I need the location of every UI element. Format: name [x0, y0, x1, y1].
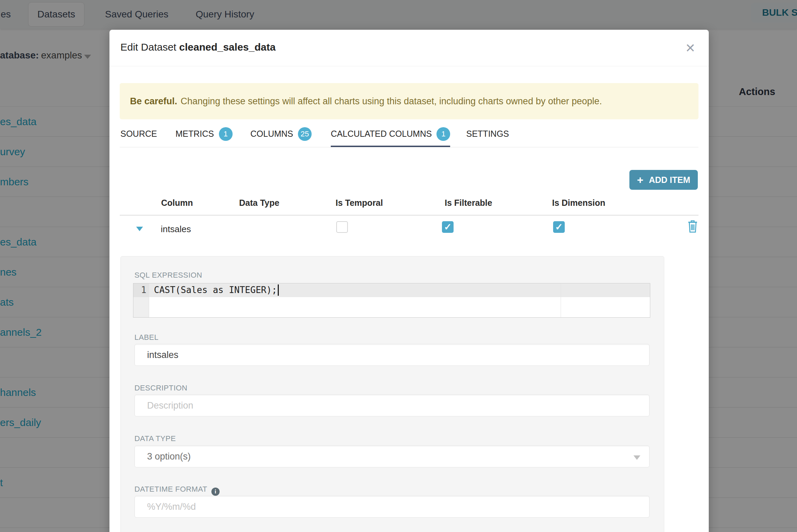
modal-title: Edit Dataset cleaned_sales_data	[120, 41, 276, 53]
calculated-column-name: intsales	[161, 224, 191, 235]
sql-expression-label: SQL EXPRESSION	[134, 271, 202, 280]
label-field-label: LABEL	[134, 333, 159, 342]
datetime-format-field-label: DATETIME FORMATi	[134, 485, 220, 496]
tab-label: SETTINGS	[466, 129, 509, 139]
tab-label: CALCULATED COLUMNS	[331, 129, 432, 139]
sql-expression-editor[interactable]: 1 CAST(Sales as INTEGER);	[133, 283, 650, 318]
data-type-selected-value: 3 option(s)	[147, 451, 191, 462]
description-input[interactable]	[134, 395, 650, 416]
tab-metrics[interactable]: METRICS 1	[175, 122, 233, 147]
modal-tabs: SOURCE METRICS 1 COLUMNS 25 CALCULATED C…	[120, 122, 698, 147]
tab-source[interactable]: SOURCE	[120, 122, 157, 147]
editor-print-margin	[561, 283, 561, 317]
column-header-is-filterable: Is Filterable	[445, 198, 492, 208]
editor-line-number: 1	[133, 285, 146, 295]
chevron-down-icon	[633, 455, 640, 460]
sql-expression-code: CAST(Sales as INTEGER);	[154, 285, 277, 295]
warning-banner-text: Changing these settings will affect all …	[181, 96, 602, 107]
info-icon[interactable]: i	[211, 488, 220, 496]
tab-columns[interactable]: COLUMNS 25	[250, 122, 312, 147]
calculated-columns-count-badge: 1	[436, 127, 450, 141]
header-divider	[120, 215, 698, 216]
data-type-field-label: DATA TYPE	[134, 434, 176, 443]
column-header-is-temporal: Is Temporal	[336, 198, 383, 208]
tab-label: METRICS	[175, 129, 214, 139]
datetime-format-label-text: DATETIME FORMAT	[134, 485, 207, 493]
is-temporal-checkbox[interactable]	[336, 221, 348, 233]
tab-label: SOURCE	[120, 129, 157, 139]
modal-title-prefix: Edit Dataset	[120, 41, 179, 53]
edit-dataset-modal: Edit Dataset cleaned_sales_data ✕ Be car…	[109, 30, 709, 532]
data-type-select[interactable]: 3 option(s)	[134, 445, 650, 467]
column-header-column: Column	[161, 198, 193, 208]
tab-settings[interactable]: SETTINGS	[466, 122, 509, 147]
metrics-count-badge: 1	[219, 127, 233, 141]
add-item-button[interactable]: + ADD ITEM	[629, 170, 698, 190]
trash-icon[interactable]	[687, 220, 698, 233]
close-icon[interactable]: ✕	[681, 39, 699, 57]
calculated-column-detail-panel: SQL EXPRESSION 1 CAST(Sales as INTEGER);…	[120, 256, 664, 532]
columns-count-badge: 25	[298, 127, 312, 141]
caret-down-icon[interactable]	[136, 227, 143, 231]
column-header-is-dimension: Is Dimension	[552, 198, 605, 208]
warning-banner: Be careful. Changing these settings will…	[120, 83, 698, 119]
is-filterable-checkbox[interactable]: ✓	[442, 221, 454, 233]
editor-cursor	[278, 284, 279, 296]
is-dimension-checkbox[interactable]: ✓	[553, 221, 565, 233]
label-input[interactable]	[134, 344, 650, 366]
datetime-format-input[interactable]	[134, 496, 650, 518]
plus-icon: +	[637, 174, 643, 185]
column-header-data-type: Data Type	[239, 198, 279, 208]
description-field-label: DESCRIPTION	[134, 384, 187, 393]
tab-label: COLUMNS	[250, 129, 293, 139]
warning-banner-bold: Be careful.	[130, 96, 177, 107]
modal-title-dataset-name: cleaned_sales_data	[179, 41, 276, 53]
modal-header: Edit Dataset cleaned_sales_data ✕	[109, 30, 709, 66]
tab-calculated-columns[interactable]: CALCULATED COLUMNS 1	[331, 122, 450, 147]
add-item-label: ADD ITEM	[649, 175, 690, 185]
